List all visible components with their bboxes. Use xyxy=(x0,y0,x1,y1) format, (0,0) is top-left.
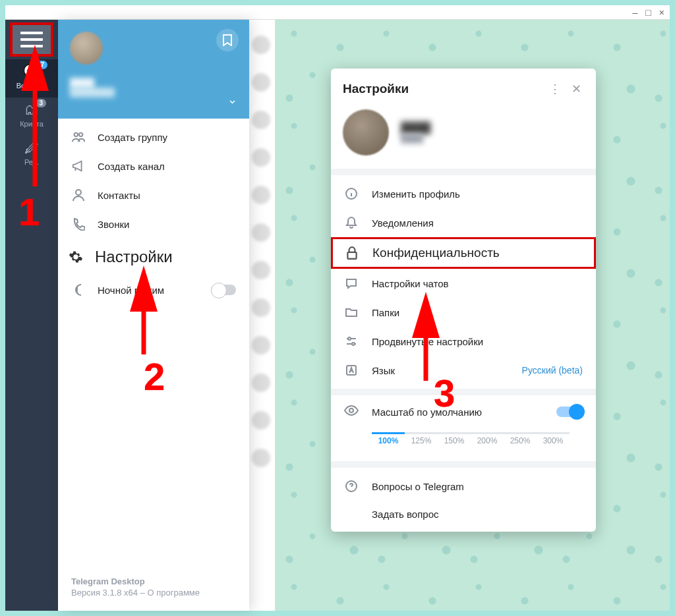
menu-create-channel[interactable]: Создать канал xyxy=(58,152,249,181)
gear-icon xyxy=(69,245,83,269)
chat-bubble-icon xyxy=(344,277,359,290)
scale-slider-fill xyxy=(372,432,405,434)
annotation-number-3: 3 xyxy=(434,371,455,415)
scale-step[interactable]: 125% xyxy=(405,436,438,445)
separator xyxy=(331,461,596,468)
settings-ask-question[interactable]: Задать вопрос xyxy=(331,501,596,528)
settings-item-label: Вопросы о Telegram xyxy=(372,481,464,492)
svg-point-8 xyxy=(349,408,353,412)
profile-name: ████ xyxy=(401,122,430,134)
settings-item-label: Папки xyxy=(372,307,399,318)
menu-item-label: Настройки xyxy=(95,248,173,266)
sliders-icon xyxy=(344,335,359,348)
settings-edit-profile[interactable]: Изменить профиль xyxy=(331,179,596,208)
menu-settings[interactable]: Настройки xyxy=(58,238,249,275)
menu-contacts[interactable]: Контакты xyxy=(58,181,249,210)
svg-point-0 xyxy=(74,133,78,137)
scale-label: Масштаб по умолчанию xyxy=(372,406,482,418)
chat-row[interactable] xyxy=(249,26,275,63)
chat-row[interactable] xyxy=(249,327,275,363)
group-icon xyxy=(71,130,86,144)
settings-folders[interactable]: Папки xyxy=(331,298,596,327)
separator xyxy=(331,389,596,395)
hamburger-menu-button[interactable] xyxy=(10,22,53,57)
minimize-button[interactable]: – xyxy=(633,7,638,18)
lock-icon xyxy=(345,246,359,260)
scale-step[interactable]: 100% xyxy=(372,436,405,445)
settings-item-label: Уведомления xyxy=(372,217,434,229)
svg-point-6 xyxy=(352,343,355,345)
eye-icon xyxy=(344,405,359,419)
question-icon xyxy=(344,480,359,493)
account-name: ████ xyxy=(70,78,237,88)
chat-row[interactable] xyxy=(249,364,275,401)
annotation-number-1: 1 xyxy=(18,190,40,234)
profile-status: ████ xyxy=(401,134,430,143)
avatar xyxy=(70,32,103,65)
chat-row[interactable] xyxy=(249,252,275,288)
menu-item-label: Создать канал xyxy=(98,161,165,172)
chat-row[interactable] xyxy=(249,439,275,476)
info-icon xyxy=(344,187,359,200)
settings-notifications[interactable]: Уведомления xyxy=(331,208,596,237)
chat-row[interactable] xyxy=(249,101,275,138)
version-label[interactable]: Версия 3.1.8 x64 – О программе xyxy=(71,588,236,598)
settings-language[interactable]: Язык Русский (beta) xyxy=(331,356,596,385)
menu-calls[interactable]: Звонки xyxy=(58,210,249,238)
settings-chat-settings[interactable]: Настройки чатов xyxy=(331,269,596,298)
annotation-number-2: 2 xyxy=(144,354,165,399)
chevron-down-icon[interactable]: ⌄ xyxy=(227,92,237,107)
close-settings-button[interactable]: ✕ xyxy=(566,78,587,100)
svg-point-5 xyxy=(348,337,351,340)
chat-row[interactable] xyxy=(249,139,275,175)
chat-row[interactable] xyxy=(249,214,275,250)
chat-row[interactable] xyxy=(249,289,275,325)
scale-step[interactable]: 150% xyxy=(438,436,471,445)
settings-advanced[interactable]: Продвинутые настройки xyxy=(331,327,596,356)
settings-panel: Настройки ⋮ ✕ ████ ████ Изменить профиль xyxy=(331,69,596,532)
scale-step[interactable]: 200% xyxy=(471,436,504,445)
folder-icon xyxy=(344,306,359,319)
svg-point-1 xyxy=(79,133,83,137)
drawer-footer: Telegram Desktop Версия 3.1.8 x64 – О пр… xyxy=(58,567,249,611)
chat-row[interactable] xyxy=(249,177,275,213)
close-window-button[interactable]: × xyxy=(659,7,664,18)
night-mode-toggle[interactable] xyxy=(211,285,236,295)
drawer-header[interactable]: ████ ████████ ⌄ xyxy=(58,20,249,119)
svg-rect-4 xyxy=(347,252,356,259)
more-menu-button[interactable]: ⋮ xyxy=(544,78,566,100)
svg-point-2 xyxy=(76,190,81,195)
chat-list-sliver xyxy=(249,20,276,611)
account-phone: ████████ xyxy=(70,88,237,97)
scale-step[interactable]: 300% xyxy=(537,436,570,445)
scale-step[interactable]: 250% xyxy=(504,436,537,445)
settings-item-label: Изменить профиль xyxy=(372,188,460,200)
maximize-button[interactable]: □ xyxy=(645,7,651,18)
avatar xyxy=(343,109,389,155)
language-value: Русский (beta) xyxy=(522,365,583,376)
megaphone-icon xyxy=(71,159,86,173)
settings-profile-row[interactable]: ████ ████ xyxy=(331,104,596,169)
settings-privacy[interactable]: Конфиденциальность xyxy=(331,237,596,269)
chat-row[interactable] xyxy=(249,402,275,438)
app-name-label: Telegram Desktop xyxy=(71,576,236,586)
settings-item-label: Задать вопрос xyxy=(372,509,438,520)
scale-value-row: 100% 125% 150% 200% 250% 300% xyxy=(372,436,583,445)
scale-toggle[interactable] xyxy=(556,406,583,417)
settings-item-label: Конфиденциальность xyxy=(372,246,500,260)
annotation-arrow-1 xyxy=(27,61,47,196)
phone-icon xyxy=(71,217,86,231)
menu-item-label: Создать группу xyxy=(98,132,167,143)
moon-icon xyxy=(71,283,86,296)
settings-item-label: Язык xyxy=(372,365,395,376)
hamburger-icon xyxy=(20,32,43,47)
language-icon xyxy=(344,364,359,377)
menu-create-group[interactable]: Создать группу xyxy=(58,123,249,152)
bell-icon xyxy=(344,216,359,229)
settings-item-label: Настройки чатов xyxy=(372,278,449,289)
saved-messages-button[interactable] xyxy=(216,29,239,51)
settings-faq[interactable]: Вопросы о Telegram xyxy=(331,472,596,501)
separator xyxy=(331,169,596,175)
window-titlebar: – □ × xyxy=(5,5,670,20)
chat-row[interactable] xyxy=(249,64,275,100)
